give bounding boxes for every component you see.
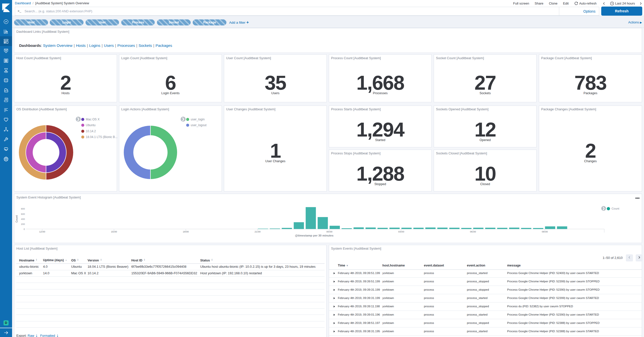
svg-text:06:00: 06:00 (470, 230, 476, 233)
svg-text:@timestamp per 30 minutes: @timestamp per 30 minutes (295, 234, 333, 237)
svg-text:12:00: 12:00 (39, 230, 45, 233)
svg-text:600: 600 (21, 213, 25, 215)
svg-text:00:00: 00:00 (327, 230, 333, 233)
svg-text:15:00: 15:00 (111, 230, 117, 233)
svg-text:21:00: 21:00 (255, 230, 261, 233)
svg-text:Count: Count (15, 215, 18, 223)
svg-text:09:00: 09:00 (542, 230, 548, 233)
svg-text:400: 400 (21, 218, 25, 220)
svg-text:03:00: 03:00 (398, 230, 404, 233)
svg-text:0: 0 (24, 228, 25, 230)
svg-text:18:00: 18:00 (183, 230, 189, 233)
svg-text:800: 800 (21, 207, 25, 210)
svg-text:200: 200 (21, 223, 25, 225)
